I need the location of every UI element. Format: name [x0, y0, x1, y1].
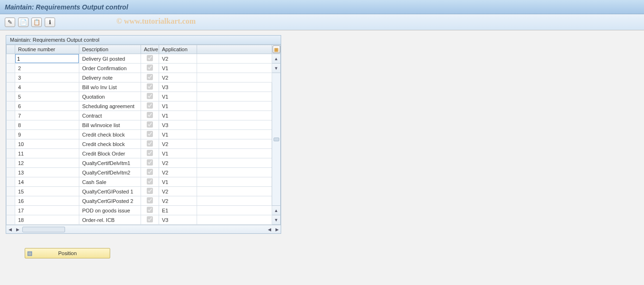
col-description[interactable]: Description: [79, 45, 141, 54]
active-checkbox[interactable]: [147, 131, 153, 137]
cell-routine-number[interactable]: 8: [15, 120, 79, 130]
cell-routine-number[interactable]: 11: [15, 149, 79, 158]
active-checkbox[interactable]: [147, 112, 153, 118]
table-row[interactable]: 17POD on goods issueE1▲: [7, 206, 281, 215]
cell-active[interactable]: [141, 149, 159, 158]
table-row[interactable]: 13QualtyCertifDelvItm2V2: [7, 168, 281, 177]
row-select-handle[interactable]: [7, 139, 15, 149]
info-button[interactable]: ℹ: [45, 18, 55, 27]
cell-routine-number[interactable]: 10: [15, 139, 79, 149]
cell-active[interactable]: [141, 54, 159, 64]
row-select-handle[interactable]: [7, 92, 15, 101]
active-checkbox[interactable]: [147, 64, 153, 71]
row-select-handle[interactable]: [7, 73, 15, 83]
cell-routine-number[interactable]: 6: [15, 101, 79, 111]
table-row[interactable]: 4Bill w/o Inv ListV3: [7, 83, 281, 92]
cell-description[interactable]: Bill w/o Inv List: [79, 83, 141, 92]
copy-button[interactable]: 📋: [31, 18, 42, 27]
cell-routine-number[interactable]: 3: [15, 73, 79, 83]
cell-routine-number[interactable]: 2: [15, 64, 79, 73]
cell-description[interactable]: Order Confirmation: [79, 64, 141, 73]
cell-routine-number[interactable]: 13: [15, 168, 79, 177]
cell-routine-number[interactable]: 4: [15, 83, 79, 92]
cell-description[interactable]: QualtyCertGIPosted 1: [79, 187, 141, 196]
active-checkbox[interactable]: [147, 74, 153, 80]
table-row[interactable]: 18Order-rel. ICBV3▼: [7, 215, 281, 225]
cell-application[interactable]: V1: [159, 130, 197, 139]
cell-description[interactable]: Delivery note: [79, 73, 141, 83]
cell-routine-number[interactable]: 14: [15, 177, 79, 187]
table-row[interactable]: 3Delivery noteV2: [7, 73, 281, 83]
cell-active[interactable]: [141, 83, 159, 92]
col-routine[interactable]: Routine number: [15, 45, 79, 54]
cell-active[interactable]: [141, 73, 159, 83]
table-row[interactable]: 7ContractV1: [7, 111, 281, 120]
hscroll-right-step-icon[interactable]: ▶: [14, 226, 21, 233]
cell-active[interactable]: [141, 92, 159, 101]
row-select-handle[interactable]: [7, 168, 15, 177]
cell-description[interactable]: Credit check block: [79, 139, 141, 149]
table-row[interactable]: Delivery GI postedV2▲: [7, 54, 281, 64]
row-select-handle[interactable]: [7, 177, 15, 187]
cell-description[interactable]: QualtyCertGIPosted 2: [79, 196, 141, 206]
vscroll-up-end-icon[interactable]: ▲: [272, 206, 281, 215]
cell-description[interactable]: POD on goods issue: [79, 206, 141, 215]
cell-active[interactable]: [141, 101, 159, 111]
col-application[interactable]: Application: [159, 45, 197, 54]
row-select-handle[interactable]: [7, 54, 15, 64]
row-select-handle[interactable]: [7, 130, 15, 139]
table-row[interactable]: 10Credit check blockV2: [7, 139, 281, 149]
row-select-handle[interactable]: [7, 101, 15, 111]
cell-description[interactable]: Contract: [79, 111, 141, 120]
row-select-handle[interactable]: [7, 64, 15, 73]
cell-description[interactable]: Credit Block Order: [79, 149, 141, 158]
table-row[interactable]: 11Credit Block OrderV1: [7, 149, 281, 158]
hscroll-left-icon[interactable]: ◀: [6, 226, 14, 233]
cell-routine-number[interactable]: 15: [15, 187, 79, 196]
cell-routine-number[interactable]: 7: [15, 111, 79, 120]
row-select-handle[interactable]: [7, 215, 15, 225]
table-row[interactable]: 6Scheduling agreementV1: [7, 101, 281, 111]
cell-application[interactable]: V1: [159, 101, 197, 111]
cell-active[interactable]: [141, 64, 159, 73]
row-select-handle[interactable]: [7, 187, 15, 196]
table-row[interactable]: 9Credit check blockV1: [7, 130, 281, 139]
cell-active[interactable]: [141, 206, 159, 215]
cell-application[interactable]: V2: [159, 196, 197, 206]
cell-active[interactable]: [141, 187, 159, 196]
cell-active[interactable]: [141, 120, 159, 130]
cell-application[interactable]: V2: [159, 139, 197, 149]
row-select-handle[interactable]: [7, 83, 15, 92]
vscroll-down-icon[interactable]: ▼: [272, 215, 281, 225]
vscroll-thumb[interactable]: [274, 138, 279, 141]
row-select-handle[interactable]: [7, 120, 15, 130]
table-row[interactable]: 15QualtyCertGIPosted 1V2: [7, 187, 281, 196]
cell-active[interactable]: [141, 139, 159, 149]
hscroll-right-icon[interactable]: ▶: [273, 226, 281, 233]
cell-application[interactable]: E1: [159, 206, 197, 215]
cell-routine-number[interactable]: 5: [15, 92, 79, 101]
active-checkbox[interactable]: [147, 102, 153, 109]
cell-active[interactable]: [141, 177, 159, 187]
active-checkbox[interactable]: [147, 121, 153, 128]
active-checkbox[interactable]: [147, 197, 153, 203]
hscroll-left-end-icon[interactable]: ◀: [265, 226, 273, 233]
cell-active[interactable]: [141, 158, 159, 168]
cell-active[interactable]: [141, 130, 159, 139]
active-checkbox[interactable]: [147, 207, 153, 213]
cell-application[interactable]: V1: [159, 64, 197, 73]
cell-application[interactable]: V1: [159, 92, 197, 101]
cell-active[interactable]: [141, 215, 159, 225]
new-entries-button[interactable]: 📄: [18, 18, 28, 27]
hscroll-thumb[interactable]: [22, 227, 65, 232]
vscroll-down-step-icon[interactable]: ▼: [272, 64, 281, 73]
cell-application[interactable]: V1: [159, 111, 197, 120]
active-checkbox[interactable]: [147, 216, 153, 222]
cell-application[interactable]: V2: [159, 187, 197, 196]
vscroll-track[interactable]: [272, 73, 281, 206]
active-checkbox[interactable]: [147, 169, 153, 175]
cell-description[interactable]: Credit check block: [79, 130, 141, 139]
row-select-handle[interactable]: [7, 111, 15, 120]
active-checkbox[interactable]: [147, 83, 153, 90]
cell-description[interactable]: Scheduling agreement: [79, 101, 141, 111]
